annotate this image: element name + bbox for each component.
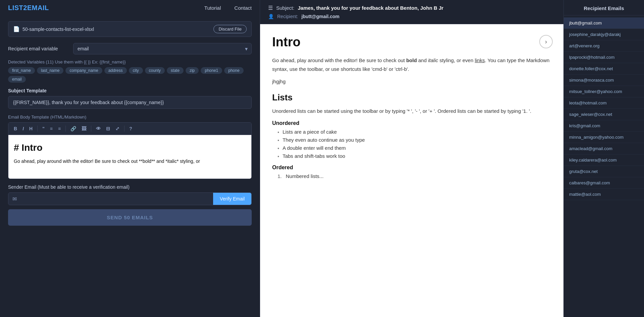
recipient-item[interactable]: kris@gmail.com <box>564 120 644 132</box>
preview-lists-intro: Unordered lists can be started using the… <box>272 107 551 116</box>
chip-last-name: last_name <box>37 67 63 74</box>
next-recipient-button[interactable]: › <box>539 35 553 48</box>
right-panel: Recipient Emails jbutt@gmail.com josephi… <box>563 0 644 317</box>
send-emails-button[interactable]: SEND 50 EMAILS <box>8 209 252 226</box>
nav-tutorial[interactable]: Tutorial <box>204 5 221 11</box>
sender-input-row: ✉ Verify Email <box>8 192 252 205</box>
subject-template-label: Subject Template <box>8 88 252 93</box>
toolbar-quote[interactable]: " <box>40 125 47 133</box>
verify-email-button[interactable]: Verify Email <box>213 193 251 205</box>
preview-intro-text: Go ahead, play around with the editor! B… <box>272 56 551 73</box>
subject-value: James, thank you for your feedback about… <box>298 5 443 11</box>
toolbar-divider-3 <box>91 126 91 132</box>
recipient-email-row: Recipient email variable email ▾ <box>8 43 252 54</box>
list-item: Lists are a piece of cake <box>272 129 551 135</box>
recipient-item[interactable]: kiley.caldarera@aol.com <box>564 154 644 166</box>
chip-phone: phone <box>224 67 243 74</box>
chip-email: email <box>8 76 26 83</box>
toolbar-divider-2 <box>65 126 66 132</box>
recipient-email-label: Recipient email variable <box>8 46 68 51</box>
center-panel: ☰ Subject: James, thank you for your fee… <box>260 0 563 317</box>
person-icon: 👤 <box>268 14 274 19</box>
toolbar-link[interactable]: 🔗 <box>68 125 78 133</box>
toolbar-divider-4 <box>124 126 125 132</box>
recipient-item[interactable]: amaclead@gmail.com <box>564 143 644 154</box>
unordered-label: Unordered <box>272 120 551 126</box>
logo: LIST2EMAIL <box>8 4 49 12</box>
chip-state: state <box>167 67 184 74</box>
recipient-item[interactable]: minna_amigon@yahoo.com <box>564 132 644 143</box>
top-nav: LIST2EMAIL Tutorial Contact <box>0 0 260 16</box>
detected-vars-header: Detected Variables (11) Use them with {{… <box>8 59 252 64</box>
intro-links: links <box>475 57 485 63</box>
recipient-emails-title: Recipient Emails <box>564 0 644 15</box>
email-body-label: Email Body Template (HTML/Markdown) <box>8 114 252 120</box>
list-item: A double enter will end them <box>272 145 551 151</box>
toolbar-side-by-side[interactable]: ⊟ <box>104 125 112 133</box>
toolbar-ordered-list[interactable]: ≡ <box>56 125 63 133</box>
sender-section: Sender Email (Must be able to receive a … <box>8 184 252 205</box>
recipient-item[interactable]: mattie@aol.com <box>564 189 644 200</box>
subject-prefix: Subject: <box>276 5 294 11</box>
detected-vars-section: Detected Variables (11) Use them with {{… <box>8 59 252 83</box>
toolbar-help[interactable]: ? <box>127 125 134 133</box>
nav-links: Tutorial Contact <box>204 5 252 11</box>
vars-chips: first_name last_name company_name addres… <box>8 67 252 83</box>
intro-bold: bold <box>406 57 417 63</box>
email-subject-row: ☰ Subject: James, thank you for your fee… <box>268 5 555 11</box>
toolbar-divider-1 <box>37 126 38 132</box>
recipient-list: jbutt@gmail.com josephine_darakjy@darakj… <box>564 15 644 202</box>
list-item: Tabs and shift-tabs work too <box>272 153 551 159</box>
recipient-email-select[interactable]: email <box>73 43 252 54</box>
sender-label: Sender Email (Must be able to receive a … <box>8 184 252 190</box>
recipient-prefix: Recipient: <box>277 14 298 19</box>
recipient-item[interactable]: jbutt@gmail.com <box>564 17 644 29</box>
intro-text-2: and <box>417 57 428 63</box>
toolbar-unordered-list[interactable]: ≡ <box>48 125 55 133</box>
recipient-item[interactable]: gruta@cox.net <box>564 166 644 177</box>
list-item: 1. Numbered lists... <box>272 173 551 179</box>
recipient-item[interactable]: leota@hotmail.com <box>564 97 644 109</box>
toolbar-fullscreen[interactable]: ⤢ <box>113 125 121 133</box>
recipient-item[interactable]: sage_wieser@cox.net <box>564 109 644 120</box>
menu-icon: ☰ <box>268 5 273 11</box>
recipient-item[interactable]: lpaprocki@hotmail.com <box>564 52 644 63</box>
preview-content: › Intro Go ahead, play around with the e… <box>260 24 563 317</box>
subject-input[interactable] <box>8 96 252 109</box>
intro-text-3: styling, or even <box>438 57 475 63</box>
email-recipient-row: 👤 Recipient: jbutt@gmail.com <box>268 14 555 19</box>
recipient-email-select-wrapper: email ▾ <box>73 43 252 54</box>
left-content: 📄 50-sample-contacts-list-excel-xlsxl Di… <box>0 16 260 317</box>
toolbar-bold[interactable]: B <box>12 125 19 133</box>
intro-text-1: Go ahead, play around with the editor! B… <box>272 57 406 63</box>
email-header: ☰ Subject: James, thank you for your fee… <box>260 0 563 24</box>
toolbar-heading[interactable]: H <box>27 125 35 133</box>
preview-user-text: jhgjhg <box>272 79 551 84</box>
recipient-item[interactable]: donette.foller@cox.net <box>564 63 644 75</box>
preview-ordered-list: 1. Numbered lists... <box>272 173 551 179</box>
sender-email-input[interactable] <box>21 193 213 205</box>
chip-first-name: first_name <box>8 67 35 74</box>
preview-heading: Intro <box>272 35 551 49</box>
recipient-item[interactable]: josephine_darakjy@darakj <box>564 29 644 40</box>
recipient-item[interactable]: mitsue_tollner@yahoo.com <box>564 86 644 97</box>
list-item: They even auto continue as you type <box>272 137 551 143</box>
nav-contact[interactable]: Contact <box>234 5 252 11</box>
discard-file-button[interactable]: Discard File <box>213 25 247 33</box>
toolbar-italic[interactable]: I <box>20 125 26 133</box>
file-name-text: 50-sample-contacts-list-excel-xlsxl <box>22 27 94 32</box>
chip-zip: zip <box>186 67 199 74</box>
toolbar-image[interactable]: 🖼 <box>80 125 88 133</box>
recipient-item[interactable]: simona@morasca.com <box>564 75 644 86</box>
preview-lists-heading: Lists <box>272 92 551 103</box>
chip-county: county <box>145 67 165 74</box>
file-name: 📄 50-sample-contacts-list-excel-xlsxl <box>13 26 94 32</box>
editor-wrapper: B I H " ≡ ≡ 🔗 🖼 👁 ⊟ ⤢ ? # Intro Go ahead… <box>8 122 252 179</box>
recipient-item[interactable]: art@venere.org <box>564 40 644 52</box>
file-bar: 📄 50-sample-contacts-list-excel-xlsxl Di… <box>8 21 252 37</box>
recipient-item[interactable]: calbares@gmail.com <box>564 177 644 189</box>
toolbar-preview[interactable]: 👁 <box>94 125 103 133</box>
chip-address: address <box>104 67 127 74</box>
editor-content[interactable]: # Intro Go ahead, play around with the e… <box>8 135 251 179</box>
email-icon: ✉ <box>8 196 21 202</box>
